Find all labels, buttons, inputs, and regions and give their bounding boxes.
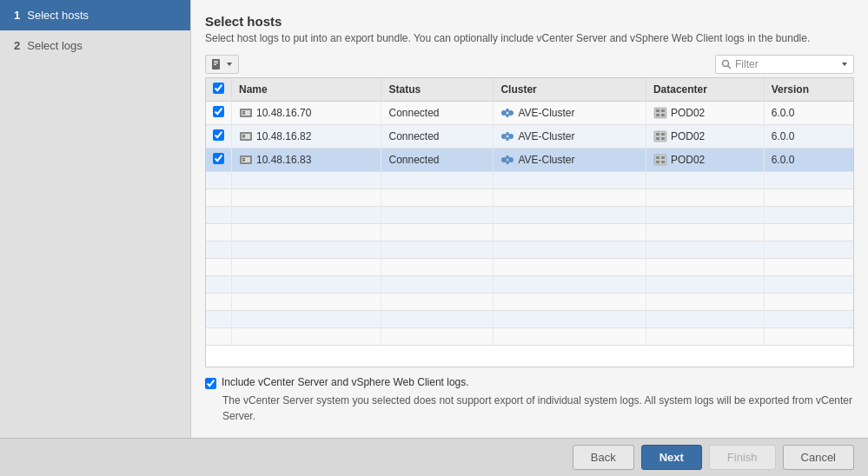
svg-rect-2 bbox=[214, 63, 218, 63]
table-header-row: Name Status Cluster Datacenter Version bbox=[206, 78, 853, 102]
svg-rect-20 bbox=[661, 114, 665, 116]
actions-button[interactable] bbox=[205, 55, 239, 74]
include-vcenter-checkbox[interactable] bbox=[205, 378, 216, 389]
svg-rect-10 bbox=[242, 111, 245, 113]
svg-point-39 bbox=[506, 155, 509, 159]
svg-rect-32 bbox=[656, 137, 659, 140]
svg-rect-45 bbox=[656, 161, 659, 163]
svg-rect-44 bbox=[661, 156, 665, 159]
row-version: 6.0.0 bbox=[764, 125, 853, 149]
table-row[interactable]: 10.48.16.70 Connected AVE-Cluster POD02 … bbox=[206, 102, 853, 125]
svg-rect-36 bbox=[242, 158, 245, 160]
hosts-table: Name Status Cluster Datacenter Version 1… bbox=[205, 77, 854, 367]
step-1-number: 1 bbox=[14, 9, 20, 22]
svg-rect-31 bbox=[661, 133, 665, 136]
svg-point-25 bbox=[501, 134, 507, 139]
svg-rect-18 bbox=[661, 109, 665, 112]
empty-row bbox=[206, 259, 853, 276]
row-cluster: AVE-Cluster bbox=[494, 102, 646, 125]
row-cluster: AVE-Cluster bbox=[494, 125, 646, 149]
sidebar-item-select-logs-label: Select logs bbox=[27, 39, 83, 52]
include-vcenter-note: The vCenter Server system you selected d… bbox=[222, 393, 854, 424]
svg-point-26 bbox=[506, 132, 509, 136]
svg-rect-23 bbox=[242, 135, 245, 136]
row-checkbox-cell[interactable] bbox=[206, 102, 232, 125]
row-cluster: AVE-Cluster bbox=[494, 149, 646, 172]
next-button[interactable]: Next bbox=[641, 445, 702, 470]
svg-rect-37 bbox=[242, 160, 245, 162]
empty-row bbox=[206, 328, 853, 346]
cancel-button[interactable]: Cancel bbox=[783, 445, 854, 470]
content-area: Select hosts Select host logs to put int… bbox=[191, 0, 868, 438]
empty-row bbox=[206, 172, 853, 189]
back-button[interactable]: Back bbox=[573, 445, 634, 470]
table-row[interactable]: 10.48.16.83 Connected AVE-Cluster POD02 … bbox=[206, 149, 853, 172]
svg-rect-46 bbox=[661, 161, 665, 163]
toolbar-left bbox=[205, 55, 239, 74]
row-name: 10.48.16.83 bbox=[232, 149, 381, 172]
sidebar-item-select-hosts[interactable]: 1 Select hosts bbox=[0, 0, 190, 30]
svg-rect-29 bbox=[654, 131, 666, 142]
col-version: Version bbox=[764, 78, 853, 102]
col-status: Status bbox=[381, 78, 494, 102]
row-status: Connected bbox=[381, 149, 494, 172]
row-version: 6.0.0 bbox=[764, 149, 853, 172]
footer-options: Include vCenter Server and vSphere Web C… bbox=[205, 376, 854, 424]
finish-button[interactable]: Finish bbox=[709, 445, 776, 470]
toolbar: Filter bbox=[205, 55, 854, 74]
svg-line-6 bbox=[728, 66, 732, 69]
empty-row bbox=[206, 311, 853, 328]
svg-rect-11 bbox=[242, 113, 245, 115]
row-datacenter: POD02 bbox=[646, 125, 764, 149]
svg-marker-4 bbox=[227, 63, 232, 66]
row-status: Connected bbox=[381, 102, 494, 125]
svg-point-28 bbox=[506, 137, 509, 141]
empty-row bbox=[206, 241, 853, 259]
svg-rect-19 bbox=[656, 114, 659, 116]
sidebar: 1 Select hosts 2 Select logs bbox=[0, 0, 191, 438]
svg-rect-33 bbox=[661, 137, 665, 140]
table-row[interactable]: 10.48.16.82 Connected AVE-Cluster POD02 … bbox=[206, 125, 853, 149]
row-name: 10.48.16.70 bbox=[232, 102, 381, 125]
svg-point-15 bbox=[506, 114, 509, 117]
svg-marker-7 bbox=[842, 63, 847, 66]
empty-row bbox=[206, 189, 853, 207]
row-status: Connected bbox=[381, 125, 494, 149]
filter-box[interactable]: Filter bbox=[715, 55, 854, 74]
row-name: 10.48.16.82 bbox=[232, 125, 381, 149]
empty-row bbox=[206, 224, 853, 241]
svg-point-14 bbox=[508, 110, 514, 116]
page-description: Select host logs to put into an export b… bbox=[205, 32, 854, 44]
sidebar-item-select-logs[interactable]: 2 Select logs bbox=[0, 30, 190, 61]
header-checkbox-cell[interactable] bbox=[206, 78, 232, 102]
svg-rect-17 bbox=[656, 109, 659, 112]
include-vcenter-text: Include vCenter Server and vSphere Web C… bbox=[222, 376, 469, 388]
svg-rect-1 bbox=[214, 61, 218, 62]
empty-row bbox=[206, 294, 853, 311]
row-checkbox-cell[interactable] bbox=[206, 125, 232, 149]
svg-rect-16 bbox=[654, 108, 666, 118]
row-version: 6.0.0 bbox=[764, 102, 853, 125]
row-datacenter: POD02 bbox=[646, 149, 764, 172]
sidebar-item-select-hosts-label: Select hosts bbox=[27, 9, 89, 22]
search-icon bbox=[721, 59, 732, 69]
svg-rect-42 bbox=[654, 155, 666, 165]
svg-point-41 bbox=[506, 161, 509, 164]
svg-point-27 bbox=[508, 134, 514, 139]
svg-rect-24 bbox=[242, 136, 245, 138]
svg-point-38 bbox=[501, 157, 507, 162]
row-checkbox[interactable] bbox=[213, 129, 224, 141]
include-vcenter-label[interactable]: Include vCenter Server and vSphere Web C… bbox=[205, 376, 854, 389]
row-checkbox-cell[interactable] bbox=[206, 149, 232, 172]
svg-rect-43 bbox=[656, 156, 659, 159]
svg-point-12 bbox=[501, 110, 507, 116]
svg-point-13 bbox=[506, 109, 509, 112]
svg-point-40 bbox=[508, 157, 514, 162]
select-all-checkbox[interactable] bbox=[213, 83, 224, 94]
col-cluster: Cluster bbox=[494, 78, 646, 102]
document-icon bbox=[211, 58, 223, 70]
row-checkbox[interactable] bbox=[213, 153, 224, 164]
dropdown-arrow-icon bbox=[226, 61, 233, 68]
svg-rect-30 bbox=[656, 133, 659, 136]
row-checkbox[interactable] bbox=[213, 106, 224, 117]
